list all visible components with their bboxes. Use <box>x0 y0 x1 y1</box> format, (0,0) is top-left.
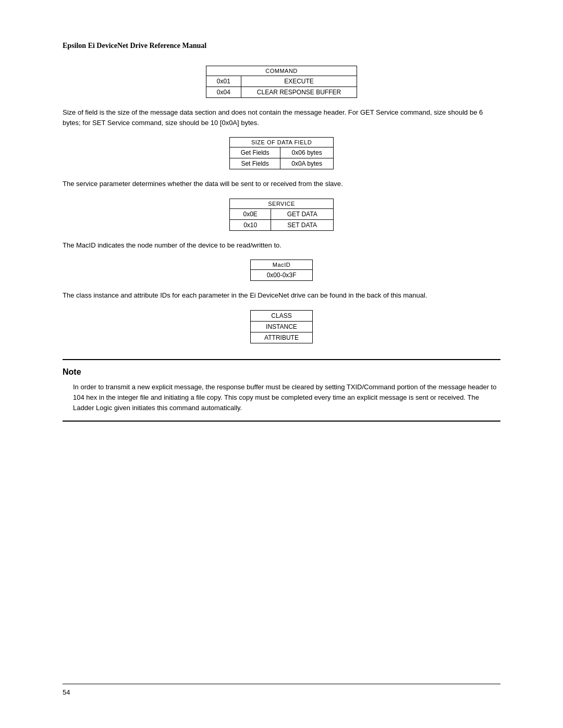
page: Epsilon Ei DeviceNet Drive Reference Man… <box>0 0 563 728</box>
command-row1-col2: EXECUTE <box>241 76 357 87</box>
note-title: Note <box>63 367 500 377</box>
class-table: CLASS INSTANCE ATTRIBUTE <box>250 310 313 343</box>
size-row1-col1: Get Fields <box>230 147 280 158</box>
macid-table: MacID 0x00-0x3F <box>250 260 313 281</box>
table-row: 0x0E GET DATA <box>230 208 334 219</box>
note-section: Note In order to transmit a new explicit… <box>63 359 500 422</box>
command-table-container: COMMAND 0x01 EXECUTE 0x04 CLEAR RESPONSE… <box>63 66 500 98</box>
class-table-container: CLASS INSTANCE ATTRIBUTE <box>63 310 500 343</box>
service-row2-col1: 0x10 <box>230 219 271 230</box>
table-row: 0x00-0x3F <box>251 270 313 281</box>
macid-table-container: MacID 0x00-0x3F <box>63 260 500 281</box>
table-row: Set Fields 0x0A bytes <box>230 158 334 169</box>
text2: The service parameter determines whether… <box>63 179 500 189</box>
size-table-header: SIZE OF DATA FIELD <box>230 138 334 147</box>
command-table: COMMAND 0x01 EXECUTE 0x04 CLEAR RESPONSE… <box>206 66 357 98</box>
page-title: Epsilon Ei DeviceNet Drive Reference Man… <box>63 42 500 50</box>
service-row2-col2: SET DATA <box>271 219 334 230</box>
size-table-container: SIZE OF DATA FIELD Get Fields 0x06 bytes… <box>63 137 500 169</box>
text3: The MacID indicates the node number of t… <box>63 240 500 251</box>
service-row1-col1: 0x0E <box>230 208 271 219</box>
table-row: ATTRIBUTE <box>251 332 313 343</box>
table-row: 0x01 EXECUTE <box>206 76 357 87</box>
page-header: Epsilon Ei DeviceNet Drive Reference Man… <box>63 42 500 50</box>
table-row: 0x04 CLEAR RESPONSE BUFFER <box>206 87 357 98</box>
text4: The class instance and attribute IDs for… <box>63 290 500 301</box>
service-row1-col2: GET DATA <box>271 208 334 219</box>
page-footer: 54 <box>63 684 500 697</box>
class-row3: ATTRIBUTE <box>251 332 313 343</box>
command-row2-col2: CLEAR RESPONSE BUFFER <box>241 87 357 98</box>
size-table: SIZE OF DATA FIELD Get Fields 0x06 bytes… <box>229 137 334 169</box>
size-row2-col2: 0x0A bytes <box>280 158 334 169</box>
class-row1: CLASS <box>251 310 313 321</box>
table-row: 0x10 SET DATA <box>230 219 334 230</box>
size-row1-col2: 0x06 bytes <box>280 147 334 158</box>
text1: Size of field is the size of the message… <box>63 107 500 128</box>
macid-row1-col1: 0x00-0x3F <box>251 270 313 281</box>
table-row: CLASS <box>251 310 313 321</box>
service-table-container: SERVICE 0x0E GET DATA 0x10 SET DATA <box>63 199 500 231</box>
command-row2-col1: 0x04 <box>206 87 241 98</box>
size-row2-col1: Set Fields <box>230 158 280 169</box>
macid-table-header: MacID <box>251 260 313 270</box>
table-row: INSTANCE <box>251 321 313 332</box>
command-row1-col1: 0x01 <box>206 76 241 87</box>
service-table: SERVICE 0x0E GET DATA 0x10 SET DATA <box>229 199 334 231</box>
service-table-header: SERVICE <box>230 199 334 208</box>
class-row2: INSTANCE <box>251 321 313 332</box>
page-number: 54 <box>63 688 70 696</box>
command-table-header: COMMAND <box>206 66 357 76</box>
note-text: In order to transmit a new explicit mess… <box>63 382 500 413</box>
table-row: Get Fields 0x06 bytes <box>230 147 334 158</box>
